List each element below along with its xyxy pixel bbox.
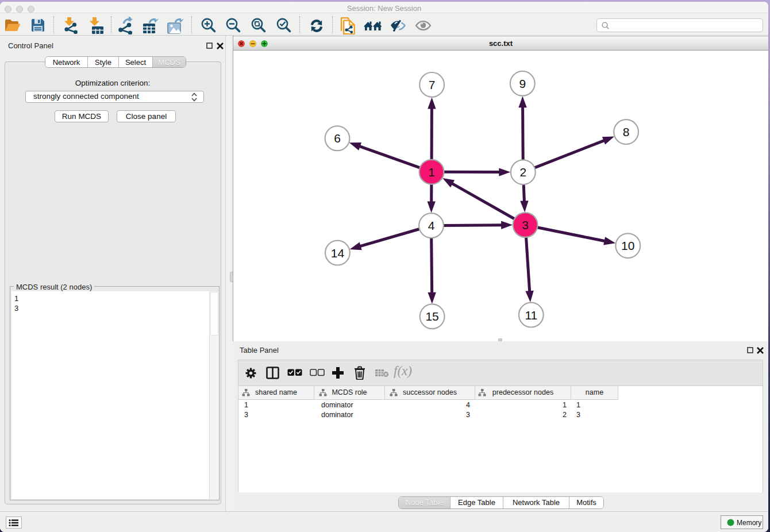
svg-text:14: 14 xyxy=(331,246,345,260)
svg-text:9: 9 xyxy=(519,77,526,90)
svg-text:6: 6 xyxy=(334,132,341,145)
svg-text:4: 4 xyxy=(428,219,435,232)
svg-text:8: 8 xyxy=(623,125,630,138)
svg-text:1: 1 xyxy=(428,165,435,179)
svg-text:3: 3 xyxy=(522,218,529,232)
svg-text:15: 15 xyxy=(425,310,438,323)
svg-text:10: 10 xyxy=(621,239,634,252)
svg-text:7: 7 xyxy=(429,78,436,91)
svg-text:2: 2 xyxy=(519,165,526,179)
svg-text:11: 11 xyxy=(525,309,537,322)
